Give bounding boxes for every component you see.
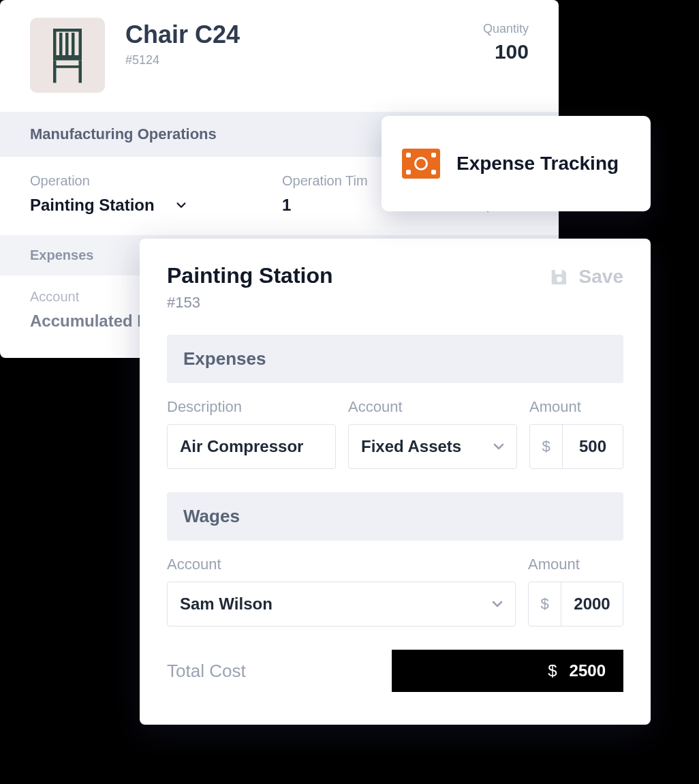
description-input[interactable]: Air Compressor	[167, 424, 336, 469]
expense-account-field: Account Fixed Assets	[348, 398, 517, 469]
chevron-down-icon	[491, 597, 504, 611]
svg-rect-10	[555, 270, 561, 274]
description-field: Description Air Compressor	[167, 398, 336, 469]
svg-rect-6	[53, 55, 82, 61]
total-row: Total Cost $ 2500	[167, 650, 623, 692]
currency-prefix: $	[529, 582, 561, 626]
panel-id: #153	[167, 294, 333, 312]
chip-label: Expense Tracking	[456, 153, 619, 175]
chevron-down-icon	[492, 440, 506, 453]
product-thumbnail	[30, 18, 105, 93]
save-button[interactable]: Save	[549, 263, 623, 288]
svg-rect-3	[59, 33, 63, 55]
save-icon	[549, 267, 570, 287]
panel-title-block: Painting Station #153	[167, 263, 333, 312]
svg-point-11	[557, 277, 562, 282]
wage-account-field: Account Sam Wilson	[167, 556, 516, 627]
product-title: Chair C24	[125, 20, 483, 49]
wage-amount-field: Amount $ 2000	[528, 556, 623, 627]
expense-amount-value: 500	[563, 425, 623, 468]
svg-rect-8	[79, 61, 82, 83]
svg-rect-7	[53, 61, 57, 83]
expenses-section-header: Expenses	[167, 335, 623, 383]
station-detail-panel: Painting Station #153 Save Expenses Desc…	[140, 239, 651, 725]
description-value: Air Compressor	[180, 437, 303, 456]
operation-dropdown[interactable]: Painting Station	[30, 196, 241, 215]
currency-prefix: $	[530, 425, 563, 468]
save-label: Save	[579, 266, 623, 288]
svg-rect-1	[53, 29, 57, 59]
wage-account-value: Sam Wilson	[180, 594, 273, 614]
chevron-down-icon	[175, 199, 187, 211]
expense-amount-input[interactable]: $ 500	[529, 424, 623, 469]
wages-section-header: Wages	[167, 492, 623, 541]
total-currency: $	[548, 661, 557, 680]
total-cost-box: $ 2500	[392, 650, 623, 692]
wage-amount-value: 2000	[561, 582, 623, 626]
svg-rect-2	[79, 29, 82, 59]
expense-row: Description Air Compressor Account Fixed…	[167, 398, 623, 469]
panel-header: Painting Station #153 Save	[167, 263, 623, 312]
operation-label: Operation	[30, 173, 241, 189]
svg-rect-4	[65, 33, 69, 55]
product-id: #5124	[125, 53, 483, 67]
product-title-block: Chair C24 #5124	[125, 18, 483, 67]
money-icon	[402, 149, 440, 179]
expense-account-dropdown[interactable]: Fixed Assets	[348, 424, 517, 469]
total-value: 2500	[570, 661, 606, 680]
description-label: Description	[167, 398, 336, 416]
wage-account-dropdown[interactable]: Sam Wilson	[167, 582, 516, 627]
expense-account-value: Fixed Assets	[361, 437, 461, 456]
expense-amount-field: Amount $ 500	[529, 398, 623, 469]
wage-amount-input[interactable]: $ 2000	[528, 582, 623, 627]
product-quantity-block: Quantity 100	[483, 18, 529, 63]
wage-account-label: Account	[167, 556, 516, 573]
total-cost-label: Total Cost	[167, 661, 246, 682]
wage-amount-label: Amount	[528, 556, 623, 573]
chair-icon	[46, 25, 89, 86]
expense-amount-label: Amount	[529, 398, 623, 416]
wage-row: Account Sam Wilson Amount $ 2000	[167, 556, 623, 627]
operation-value: Painting Station	[30, 196, 155, 215]
expense-tracking-chip[interactable]: Expense Tracking	[382, 116, 651, 211]
product-header: Chair C24 #5124 Quantity 100	[0, 18, 559, 93]
expense-account-label: Account	[348, 398, 517, 416]
quantity-value: 100	[483, 40, 529, 63]
panel-title: Painting Station	[167, 263, 333, 288]
svg-rect-0	[53, 29, 82, 32]
operation-field: Operation Painting Station	[30, 173, 241, 215]
quantity-label: Quantity	[483, 22, 529, 36]
svg-rect-9	[53, 65, 82, 68]
svg-rect-5	[72, 33, 75, 55]
